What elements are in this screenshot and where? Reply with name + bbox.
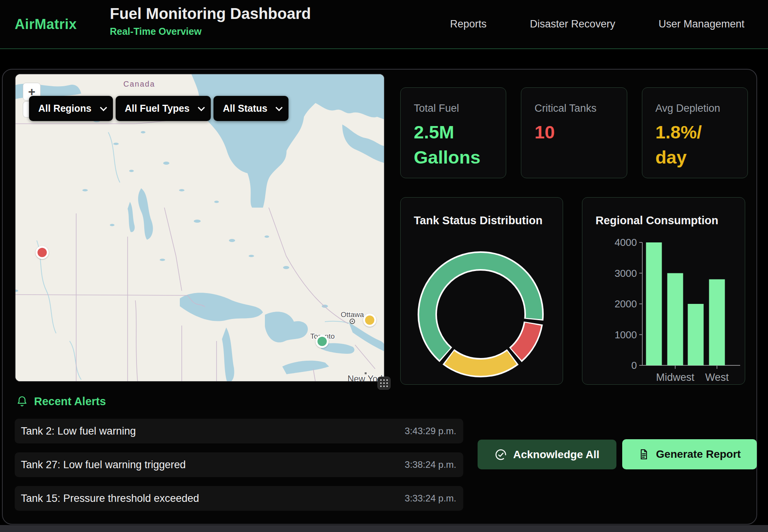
- alert-row[interactable]: Tank 2: Low fuel warning 3:43:29 p.m.: [15, 419, 463, 443]
- alert-text: Tank 15: Pressure threshold exceeded: [21, 493, 199, 505]
- y-axis-tick-label: 4000: [614, 237, 637, 248]
- check-circle-icon: [495, 448, 507, 461]
- generate-report-label: Generate Report: [656, 448, 741, 460]
- regional-consumption-bar-chart: 01000200030004000MidwestWest: [582, 198, 746, 385]
- stat-value: 2.5M Gallons: [414, 120, 491, 170]
- recent-alerts-title: Recent Alerts: [34, 395, 106, 408]
- nav-user-management[interactable]: User Management: [659, 18, 744, 30]
- tank-marker-normal[interactable]: [316, 335, 329, 348]
- stat-label: Avg Depletion: [655, 102, 748, 114]
- region-filter-value: All Regions: [38, 103, 92, 114]
- alert-row[interactable]: Tank 15: Pressure threshold exceeded 3:3…: [15, 486, 463, 511]
- stat-card-total-fuel: Total Fuel 2.5M Gallons: [400, 87, 506, 178]
- header-bar: AirMatrix Fuel Monitoring Dashboard Real…: [0, 0, 768, 48]
- tank-marker-critical[interactable]: [36, 246, 49, 259]
- tank-status-distribution-card: Tank Status Distribution: [400, 197, 563, 385]
- tank-status-donut-chart: [401, 198, 563, 385]
- resize-drag-handle[interactable]: [377, 377, 391, 390]
- title-block: Fuel Monitoring Dashboard Real-Time Over…: [110, 5, 311, 37]
- window-bottom-strip: [0, 525, 768, 532]
- bar-West: [709, 279, 725, 365]
- main-nav: Reports Disaster Recovery User Managemen…: [450, 0, 744, 48]
- document-icon: [638, 448, 650, 460]
- regional-consumption-card: Regional Consumption 01000200030004000Mi…: [582, 197, 745, 385]
- header-separator: [0, 48, 768, 49]
- drag-dots-icon: [379, 379, 389, 388]
- status-filter-select[interactable]: All Status: [213, 96, 288, 121]
- nav-reports[interactable]: Reports: [450, 18, 487, 30]
- acknowledge-all-button[interactable]: Acknowledge All: [478, 440, 616, 469]
- alert-timestamp: 3:33:24 p.m.: [405, 493, 456, 504]
- nav-disaster-recovery[interactable]: Disaster Recovery: [530, 18, 615, 30]
- bar-region-0: [646, 242, 662, 365]
- fuel-type-filter-select[interactable]: All Fuel Types: [116, 96, 211, 121]
- bell-icon: [16, 396, 28, 408]
- fuel-monitoring-dashboard: AirMatrix Fuel Monitoring Dashboard Real…: [0, 0, 768, 532]
- alert-text: Tank 2: Low fuel warning: [21, 425, 136, 437]
- fuel-type-filter-value: All Fuel Types: [125, 103, 190, 114]
- acknowledge-all-label: Acknowledge All: [513, 448, 599, 461]
- map-filters: All Regions All Fuel Types All Status: [29, 96, 288, 121]
- map-label-ottawa: Ottawa: [341, 310, 364, 319]
- map-label-canada: Canada: [123, 80, 155, 88]
- y-axis-tick-label: 0: [631, 360, 637, 371]
- status-filter-value: All Status: [223, 103, 267, 114]
- generate-report-button[interactable]: Generate Report: [622, 439, 757, 469]
- x-axis-category-label: Midwest: [656, 372, 695, 383]
- stat-value: 10: [534, 120, 612, 145]
- donut-segment-critical: [516, 324, 533, 354]
- y-axis-tick-label: 2000: [614, 298, 637, 310]
- alert-row[interactable]: Tank 27: Low fuel warning triggered 3:38…: [15, 452, 463, 477]
- alert-timestamp: 3:43:29 p.m.: [405, 426, 456, 437]
- y-axis-tick-label: 1000: [614, 329, 637, 341]
- stats-row: Total Fuel 2.5M Gallons Critical Tanks 1…: [400, 87, 748, 178]
- alert-text: Tank 27: Low fuel warning triggered: [21, 459, 186, 471]
- stat-label: Critical Tanks: [534, 102, 626, 114]
- chevron-down-icon: [100, 104, 107, 111]
- page-subtitle: Real-Time Overview: [110, 26, 311, 37]
- stat-card-avg-depletion: Avg Depletion 1.8%/day: [642, 87, 748, 178]
- page-title: Fuel Monitoring Dashboard: [110, 5, 311, 22]
- ottawa-city-dot-center: [352, 321, 353, 322]
- map-canvas[interactable]: Canada Ottawa Toronto New York + All Reg…: [15, 73, 385, 382]
- stat-label: Total Fuel: [414, 102, 506, 114]
- bar-Midwest: [667, 273, 683, 366]
- y-axis-tick-label: 3000: [614, 268, 637, 279]
- stat-value: 1.8%/day: [655, 120, 707, 170]
- region-filter-select[interactable]: All Regions: [29, 96, 113, 121]
- recent-alerts-header: Recent Alerts: [16, 395, 106, 408]
- x-axis-category-label: West: [705, 372, 729, 383]
- chevron-down-icon: [276, 104, 283, 111]
- alert-timestamp: 3:38:24 p.m.: [405, 459, 456, 470]
- chevron-down-icon: [198, 104, 205, 111]
- stat-card-critical-tanks: Critical Tanks 10: [521, 87, 627, 178]
- tank-marker-warning[interactable]: [363, 314, 376, 327]
- app-logo: AirMatrix: [15, 16, 77, 32]
- bar-region-2: [688, 304, 704, 365]
